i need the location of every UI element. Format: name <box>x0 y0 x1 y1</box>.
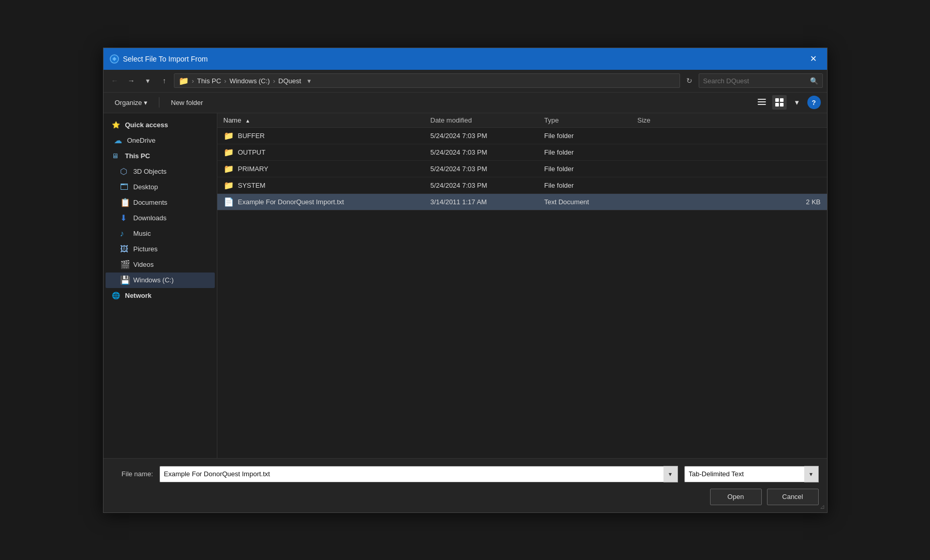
quick-access-label: Quick access <box>125 121 168 129</box>
drive-icon: 💾 <box>120 275 129 285</box>
refresh-button[interactable]: ↻ <box>682 73 697 88</box>
file-type-cell: File folder <box>538 127 631 144</box>
file-size-cell <box>631 177 827 193</box>
file-icon: 📁 <box>224 180 234 190</box>
sidebar-item-network[interactable]: 🌐 Network <box>106 288 215 304</box>
file-date-cell: 3/14/2011 1:17 AM <box>424 193 538 210</box>
cancel-button[interactable]: Cancel <box>767 489 819 505</box>
col-header-type[interactable]: Type <box>538 113 631 128</box>
svg-rect-6 <box>775 103 779 107</box>
file-name-text: BUFFER <box>238 132 265 140</box>
file-icon: 📁 <box>224 164 234 174</box>
forward-button[interactable]: → <box>124 73 139 88</box>
file-date-cell: 5/24/2024 7:03 PM <box>424 177 538 193</box>
file-type-cell: Text Document <box>538 193 631 210</box>
organize-button[interactable]: Organize ▾ <box>110 95 153 110</box>
path-separator-1: › <box>192 77 194 85</box>
buttons-row: Open Cancel <box>112 489 819 505</box>
downloads-icon: ⬇ <box>120 213 129 223</box>
col-header-name[interactable]: Name ▲ <box>217 113 424 128</box>
table-row[interactable]: 📁 BUFFER 5/24/2024 7:03 PM File folder <box>217 127 827 144</box>
file-size-cell <box>631 127 827 144</box>
main-area: ⭐ Quick access ☁ OneDrive 🖥 This PC ⬡ 3D… <box>104 113 827 458</box>
this-pc-label: This PC <box>125 152 150 160</box>
quick-access-icon: ⭐ <box>112 121 121 129</box>
sidebar-item-documents[interactable]: 📋 Documents <box>106 195 215 210</box>
titlebar: Select File To Import From ✕ <box>104 48 827 70</box>
sidebar-item-windows-c[interactable]: 💾 Windows (C:) <box>106 273 215 288</box>
path-part-drive: Windows (C:) <box>229 77 270 85</box>
videos-icon: 🎬 <box>120 260 129 269</box>
svg-rect-1 <box>758 99 766 100</box>
file-icon: 📁 <box>224 131 234 141</box>
file-name-cell: 📁 SYSTEM <box>217 177 424 193</box>
path-separator-3: › <box>273 77 275 85</box>
recent-locations-button[interactable]: ▾ <box>141 73 155 88</box>
file-type-cell: File folder <box>538 144 631 160</box>
file-date-cell: 5/24/2024 7:03 PM <box>424 144 538 160</box>
col-header-size[interactable]: Size <box>631 113 827 128</box>
open-button[interactable]: Open <box>710 489 762 505</box>
table-row[interactable]: 📁 SYSTEM 5/24/2024 7:03 PM File folder <box>217 177 827 193</box>
sidebar-item-3d-objects[interactable]: ⬡ 3D Objects <box>106 164 215 179</box>
file-size-cell <box>631 144 827 160</box>
network-icon: 🌐 <box>112 292 121 299</box>
back-button[interactable]: ← <box>108 73 122 88</box>
pictures-icon: 🖼 <box>120 245 129 254</box>
col-header-date[interactable]: Date modified <box>424 113 538 128</box>
view-dropdown-button[interactable]: ▾ <box>790 95 804 110</box>
svg-rect-7 <box>780 103 784 107</box>
filename-input[interactable] <box>159 466 678 482</box>
file-name-text: SYSTEM <box>238 181 265 189</box>
toolbar: Organize ▾ New folder <box>104 93 827 113</box>
sort-caret-up: ▲ <box>245 118 250 124</box>
table-row[interactable]: 📁 OUTPUT 5/24/2024 7:03 PM File folder <box>217 144 827 160</box>
path-dropdown-btn[interactable]: ▾ <box>303 77 316 85</box>
resize-handle[interactable]: ⊿ <box>820 503 825 510</box>
close-button[interactable]: ✕ <box>806 52 821 66</box>
table-row[interactable]: 📁 PRIMARY 5/24/2024 7:03 PM File folder <box>217 160 827 177</box>
sidebar-item-desktop[interactable]: 🗔 Desktop <box>106 179 215 195</box>
file-name-cell: 📁 BUFFER <box>217 127 424 144</box>
app-icon <box>110 54 119 64</box>
up-button[interactable]: ↑ <box>157 73 172 88</box>
search-box[interactable]: 🔍 <box>699 73 823 88</box>
organize-arrow-icon: ▾ <box>144 99 147 107</box>
3d-objects-icon: ⬡ <box>120 167 129 176</box>
path-folder-icon: 📁 <box>179 76 189 86</box>
sidebar-item-quick-access[interactable]: ⭐ Quick access <box>106 117 215 133</box>
address-path[interactable]: 📁 › This PC › Windows (C:) › DQuest ▾ <box>174 73 680 88</box>
dialog-title: Select File To Import From <box>123 55 806 63</box>
svg-rect-4 <box>775 98 779 102</box>
file-date-cell: 5/24/2024 7:03 PM <box>424 160 538 177</box>
sidebar-item-downloads[interactable]: ⬇ Downloads <box>106 210 215 226</box>
file-date-cell: 5/24/2024 7:03 PM <box>424 127 538 144</box>
sidebar-item-videos[interactable]: 🎬 Videos <box>106 257 215 273</box>
network-label: Network <box>125 292 152 299</box>
filename-row: File name: ▾ Tab-Delimited TextAll Files… <box>112 466 819 482</box>
file-size-cell: 2 KB <box>631 193 827 210</box>
sidebar-item-this-pc[interactable]: 🖥 This PC <box>106 148 215 164</box>
sidebar: ⭐ Quick access ☁ OneDrive 🖥 This PC ⬡ 3D… <box>104 113 217 458</box>
table-row[interactable]: 📄 Example For DonorQuest Import.txt 3/14… <box>217 193 827 210</box>
addressbar: ← → ▾ ↑ 📁 › This PC › Windows (C:) › DQu… <box>104 70 827 93</box>
filename-label: File name: <box>112 470 153 478</box>
file-name-text: PRIMARY <box>238 165 269 173</box>
sidebar-item-pictures[interactable]: 🖼 Pictures <box>106 241 215 257</box>
file-icon: 📄 <box>224 197 234 207</box>
filename-dropdown-button[interactable]: ▾ <box>663 466 678 482</box>
view-icon-button[interactable] <box>772 95 787 110</box>
help-button[interactable]: ? <box>807 96 821 109</box>
search-input[interactable] <box>703 77 807 85</box>
sidebar-item-music[interactable]: ♪ Music <box>106 226 215 241</box>
filetype-select[interactable]: Tab-Delimited TextAll Files (*.*) <box>684 466 819 482</box>
new-folder-button[interactable]: New folder <box>166 95 208 110</box>
file-size-cell <box>631 160 827 177</box>
file-icon: 📁 <box>224 147 234 157</box>
view-details-button[interactable] <box>755 95 769 110</box>
music-icon: ♪ <box>120 229 129 238</box>
table-header-row: Name ▲ Date modified Type Size <box>217 113 827 128</box>
sidebar-item-onedrive[interactable]: ☁ OneDrive <box>106 133 215 148</box>
path-separator-2: › <box>224 77 226 85</box>
file-name-text: OUTPUT <box>238 148 265 156</box>
